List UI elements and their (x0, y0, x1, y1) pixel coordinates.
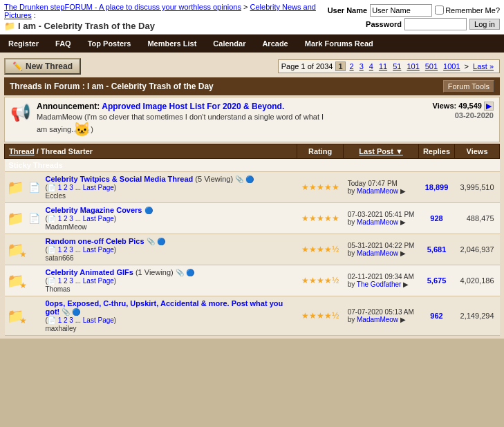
page-link-1001[interactable]: 1001 (442, 62, 461, 70)
thread-page-3[interactable]: 3 (69, 184, 73, 191)
last-poster-link-4[interactable]: The Godfather (357, 281, 401, 288)
thread4-page-1[interactable]: 1 (58, 277, 62, 285)
thread-sort-link[interactable]: Thread (9, 147, 35, 155)
page-link-4[interactable]: 4 (368, 62, 375, 70)
thread-title-link-3[interactable]: Random one-off Celeb Pics (46, 237, 144, 245)
star-overlay-5: ★ (19, 316, 27, 325)
replies-link-5[interactable]: 962 (430, 312, 442, 320)
table-row: 📁 ★ Celebrity Animated GIFs (1 Viewing) … (5, 265, 500, 296)
thread4-page-3[interactable]: 3 (69, 277, 73, 285)
breadcrumb-link-1[interactable]: The Drunken stepFORUM - A place to discu… (4, 3, 241, 11)
page-link-101[interactable]: 101 (405, 62, 420, 70)
thread-page-1[interactable]: 1 (58, 184, 62, 191)
thread-folder-icon-1: 📁 (5, 172, 27, 203)
page-link-11[interactable]: 11 (377, 62, 389, 70)
last-post-cell-3: 05-31-2021 04:22 PM by MadamMeow ▶ (344, 234, 419, 265)
th-last-post: Last Post ▼ (344, 144, 419, 159)
announcement-go-btn[interactable]: ▶ (484, 102, 494, 111)
thread4-page-2[interactable]: 2 (64, 277, 68, 285)
replies-link-4[interactable]: 5,675 (427, 276, 447, 285)
paperclip-icon-1: 📎 (235, 175, 243, 183)
rating-cell-4: ★★★★½ (297, 265, 344, 296)
thread-starter-link-4[interactable]: Thomas (46, 285, 71, 293)
last-poster-link-2[interactable]: MadamMeow (357, 218, 398, 226)
thread5-page-1[interactable]: 1 (58, 316, 62, 324)
page-link-51[interactable]: 51 (391, 62, 402, 70)
thread5-page-2[interactable]: 2 (64, 316, 68, 324)
last-poster-link-5[interactable]: MadamMeow (357, 316, 398, 323)
page-link-501[interactable]: 501 (424, 62, 439, 70)
thread-status-3 (27, 234, 41, 265)
replies-link-1[interactable]: 18,899 (425, 183, 449, 191)
page-link-2[interactable]: 2 (348, 62, 355, 70)
last-post-cell-4: 02-11-2021 09:34 AM by The Godfather ▶ (344, 265, 419, 296)
thread-title-link-2[interactable]: Celebrity Magazine Covers (46, 206, 142, 214)
login-button[interactable]: Log in (469, 19, 500, 30)
thread4-last-page[interactable]: Last Page (83, 277, 114, 285)
last-post-cell-2: 07-03-2021 05:41 PM by MadamMeow ▶ (344, 203, 419, 234)
thread3-page-3[interactable]: 3 (69, 246, 73, 254)
announcement-link[interactable]: Approved Image Host List For 2020 & Beyo… (102, 102, 284, 111)
page-link-3[interactable]: 3 (358, 62, 365, 70)
thread2-page-1[interactable]: 1 (58, 215, 62, 222)
rating-cell-2: ★★★★★ (297, 203, 344, 234)
page-link-1[interactable]: 1 (335, 61, 345, 71)
thread3-last-page[interactable]: Last Page (83, 246, 114, 254)
rating-cell-1: ★★★★★ (297, 172, 344, 203)
thread3-page-1[interactable]: 1 (58, 246, 62, 254)
announcement-poster[interactable]: MadamMeow (37, 113, 82, 121)
go-to-post-icon-3: ▶ (400, 249, 406, 257)
forum-section-header: Threads in Forum : I am - Celebrity Tras… (4, 77, 500, 95)
star-overlay-4: ★ (19, 281, 27, 290)
nav-faq[interactable]: FAQ (47, 35, 80, 53)
pagination: Page 1 of 2034 1 2 3 4 11 51 101 501 100… (278, 59, 500, 73)
page-icon-2: 📄 (48, 215, 56, 222)
thread-title-link-5[interactable]: 0ops, Exposed, C-thru, Upskirt, Accident… (46, 299, 283, 316)
thread-page-2[interactable]: 2 (64, 184, 68, 191)
thread2-page-2[interactable]: 2 (64, 215, 68, 222)
arrow-icon-1: 🔵 (245, 175, 254, 183)
announcement-icon: 📢 (10, 103, 31, 122)
nav-mark-forums-read[interactable]: Mark Forums Read (297, 35, 382, 53)
thread5-page-3[interactable]: 3 (69, 316, 73, 324)
remember-me-checkbox[interactable] (435, 6, 444, 15)
replies-cell-5: 962 (418, 296, 454, 336)
thread-title-link-4[interactable]: Celebrity Animated GIFs (46, 268, 133, 276)
thread3-page-2[interactable]: 2 (64, 246, 68, 254)
thread-starter-link-3[interactable]: satan666 (46, 254, 74, 262)
username-input[interactable] (370, 4, 432, 17)
new-thread-button[interactable]: ✏️ New Thread (4, 58, 81, 75)
forum-tools-button[interactable]: Forum Tools (443, 80, 494, 93)
last-poster-link-1[interactable]: MadamMeow (357, 187, 398, 195)
thread-starter-link-1[interactable]: Eccles (46, 192, 66, 200)
thread5-last-page[interactable]: Last Page (83, 316, 114, 324)
password-input[interactable] (404, 18, 467, 30)
password-label: Password (366, 20, 402, 28)
thread-starter-link-5[interactable]: maxhailey (46, 325, 77, 332)
nav-members-list[interactable]: Members List (139, 35, 205, 53)
nav-calendar[interactable]: Calendar (205, 35, 254, 53)
thread-title-link-1[interactable]: Celebrity Twitpics & Social Media Thread (46, 175, 194, 183)
nav-top-posters[interactable]: Top Posters (80, 35, 140, 53)
nav-register[interactable]: Register (0, 35, 47, 53)
thread-last-page[interactable]: Last Page (83, 184, 114, 191)
replies-link-2[interactable]: 928 (430, 214, 442, 222)
thread2-last-page[interactable]: Last Page (83, 215, 114, 222)
nav-arcade[interactable]: Arcade (254, 35, 296, 53)
views-cell-2: 488,475 (455, 203, 500, 234)
last-poster-link-3[interactable]: MadamMeow (357, 249, 398, 257)
page-icon-5: 📄 (48, 316, 56, 324)
thread-starter-link-2[interactable]: MadamMeow (46, 223, 87, 231)
thread-folder-icon-2: 📁 (5, 203, 27, 234)
page-link-last[interactable]: Last » (472, 62, 495, 70)
replies-cell-1: 18,899 (418, 172, 454, 203)
pencil-icon: ✏️ (12, 61, 23, 71)
remember-me-label: Remember Me? (435, 6, 500, 15)
page-separator: > (465, 62, 469, 70)
last-post-sort-link[interactable]: Last Post ▼ (359, 147, 402, 155)
thread-doc-icon-1: 📄 (27, 172, 41, 203)
arrow-icon-3: 🔵 (157, 238, 165, 245)
thread2-page-3[interactable]: 3 (69, 215, 73, 222)
replies-link-3[interactable]: 5,681 (427, 245, 447, 254)
paperclip-icon-4: 📎 (176, 269, 184, 276)
